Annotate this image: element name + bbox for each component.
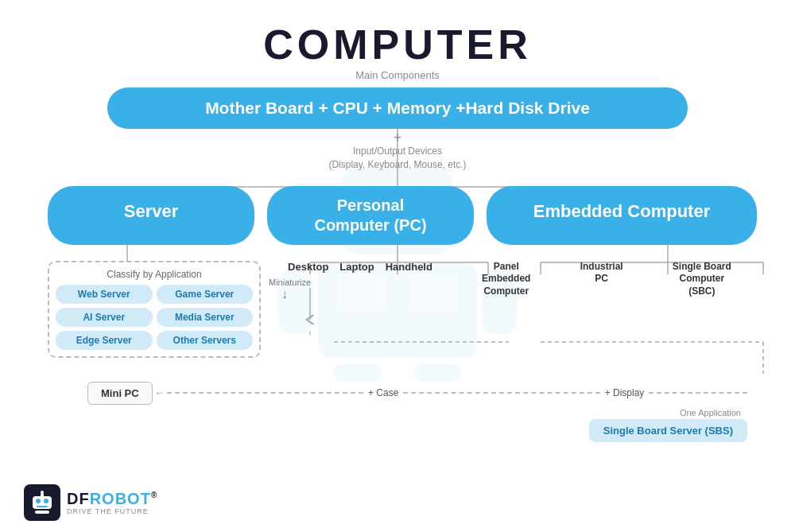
mini-arrow: ↓ [281, 287, 288, 301]
panel-embedded-item: PanelEmbeddedComputer [482, 261, 530, 298]
server-item-media: Media Server [157, 308, 254, 327]
title-section: COMPUTER Main Components [24, 22, 771, 81]
pc-subtypes-section: Desktop Laptop Handheld Miniaturize ↓ [269, 261, 452, 301]
server-item-other: Other Servers [157, 331, 254, 350]
io-text-line2: (Display, Keyboard, Mouse, etc.) [24, 158, 771, 172]
sbc-item: Single BoardComputer(SBC) [673, 261, 731, 298]
bottom-connections-row: Mini PC ← + Case + Display [48, 382, 747, 405]
miniaturize-label: Miniaturize [269, 278, 311, 287]
df-icon [24, 484, 60, 521]
main-components-text: Mother Board + CPU + Memory +Hard Disk D… [205, 99, 590, 117]
server-item-edge: Edge Server [56, 331, 153, 350]
svg-point-39 [44, 499, 48, 503]
svg-rect-11 [334, 364, 382, 382]
one-application-label: One Application [680, 408, 741, 417]
industrial-pc-item: IndustrialPC [580, 261, 623, 298]
plus-display-label: + Display [600, 387, 650, 398]
embedded-box: Embedded Computer [487, 186, 757, 245]
main-components-box: Mother Board + CPU + Memory +Hard Disk D… [107, 87, 688, 129]
laptop-item: Laptop [339, 261, 374, 273]
io-plus: + [24, 130, 771, 145]
svg-rect-40 [37, 506, 48, 507]
server-item-game: Game Server [157, 285, 254, 304]
plus-case-label: + Case [363, 387, 403, 398]
subtitle: Main Components [24, 69, 771, 81]
svg-point-42 [41, 491, 44, 494]
dfrobot-logo: DFROBOT® DRIVE THE FUTURE [24, 484, 157, 521]
svg-rect-12 [413, 364, 461, 382]
server-classify-box: Classify by Application Web Server Game … [48, 261, 261, 358]
categories-row: Server Personal Computer (PC) Embedded C… [48, 186, 747, 245]
mini-pc-box: Mini PC [87, 382, 153, 405]
svg-point-38 [36, 499, 41, 503]
sbs-box: Single Board Server (SBS) [589, 419, 747, 442]
df-logo-text: DFROBOT® [67, 490, 157, 507]
svg-rect-43 [35, 511, 49, 514]
main-title: COMPUTER [24, 22, 771, 68]
desktop-item: Desktop [288, 261, 328, 273]
pc-items-row: Desktop Laptop Handheld [288, 261, 432, 273]
server-item-ai: AI Server [56, 308, 153, 327]
bottom-content-row: Classify by Application Web Server Game … [48, 261, 747, 358]
pc-box: Personal Computer (PC) [267, 186, 474, 245]
io-text-line1: Input/Output Devices [24, 145, 771, 158]
server-box: Server [48, 186, 254, 245]
embedded-items-row: PanelEmbeddedComputer IndustrialPC Singl… [460, 261, 754, 298]
server-item-web: Web Server [56, 285, 153, 304]
df-tagline: DRIVE THE FUTURE [67, 507, 157, 515]
classify-label: Classify by Application [56, 269, 253, 280]
handheld-item: Handheld [386, 261, 432, 273]
one-application-section: One Application Single Board Server (SBS… [48, 408, 747, 442]
io-devices-section: + Input/Output Devices (Display, Keyboar… [24, 130, 771, 172]
embedded-subtypes-section: PanelEmbeddedComputer IndustrialPC Singl… [460, 261, 754, 298]
classify-grid: Web Server Game Server AI Server Media S… [56, 285, 253, 350]
